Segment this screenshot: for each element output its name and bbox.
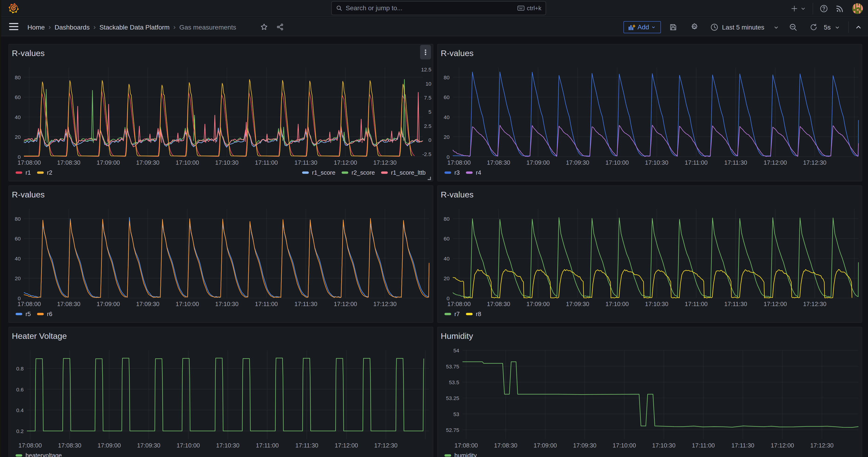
svg-text:17:08:30: 17:08:30: [487, 301, 510, 307]
svg-text:17:08:00: 17:08:00: [19, 442, 41, 449]
svg-text:17:10:00: 17:10:00: [606, 159, 629, 166]
svg-text:17:08:00: 17:08:00: [18, 159, 41, 166]
svg-text:17:12:00: 17:12:00: [771, 442, 794, 449]
svg-text:17:09:30: 17:09:30: [566, 159, 589, 166]
svg-text:0: 0: [446, 295, 450, 301]
svg-text:17:11:00: 17:11:00: [685, 301, 708, 307]
svg-text:40: 40: [443, 114, 450, 120]
svg-text:40: 40: [14, 114, 21, 120]
svg-text:R-values: R-values: [12, 49, 44, 58]
svg-text:17:08:30: 17:08:30: [57, 301, 80, 307]
svg-text:17:11:30: 17:11:30: [731, 442, 754, 449]
svg-text:r2_score: r2_score: [351, 169, 375, 176]
svg-text:17:11:30: 17:11:30: [294, 159, 317, 166]
svg-text:17:12:30: 17:12:30: [373, 301, 397, 307]
svg-text:0: 0: [18, 154, 21, 160]
svg-text:17:10:30: 17:10:30: [215, 301, 239, 307]
svg-text:5: 5: [428, 109, 431, 115]
svg-text:17:09:00: 17:09:00: [96, 159, 120, 166]
svg-text:r5: r5: [26, 311, 31, 317]
svg-text:r8: r8: [476, 311, 481, 317]
svg-text:20: 20: [14, 275, 21, 281]
svg-text:17:09:00: 17:09:00: [97, 442, 121, 449]
svg-text:17:12:00: 17:12:00: [764, 301, 787, 307]
svg-text:0: 0: [18, 295, 21, 301]
svg-text:60: 60: [14, 236, 21, 242]
svg-text:40: 40: [14, 255, 21, 262]
svg-text:17:11:00: 17:11:00: [255, 159, 278, 166]
svg-text:Humidity: Humidity: [441, 331, 473, 341]
svg-text:20: 20: [443, 134, 450, 140]
svg-text:20: 20: [14, 134, 21, 140]
svg-text:17:10:30: 17:10:30: [645, 159, 668, 166]
svg-text:17:12:00: 17:12:00: [335, 442, 358, 449]
svg-text:17:08:00: 17:08:00: [447, 301, 470, 307]
svg-text:heatervoltage: heatervoltage: [26, 452, 62, 457]
svg-text:17:08:00: 17:08:00: [18, 301, 41, 307]
svg-text:80: 80: [14, 74, 21, 81]
svg-text:r3: r3: [455, 169, 460, 176]
svg-text:20: 20: [443, 275, 450, 281]
svg-text:54: 54: [453, 347, 459, 354]
svg-text:17:10:00: 17:10:00: [606, 301, 629, 307]
svg-text:17:10:00: 17:10:00: [177, 442, 200, 449]
svg-text:53.5: 53.5: [449, 379, 459, 385]
svg-text:0.2: 0.2: [16, 428, 24, 434]
svg-text:7.5: 7.5: [424, 95, 431, 101]
svg-text:0: 0: [428, 137, 431, 143]
svg-text:17:12:30: 17:12:30: [373, 159, 397, 166]
svg-text:2.5: 2.5: [424, 123, 431, 129]
svg-text:17:09:30: 17:09:30: [137, 442, 160, 449]
svg-text:R-values: R-values: [441, 190, 473, 199]
svg-text:0.8: 0.8: [16, 366, 24, 372]
svg-text:r4: r4: [476, 169, 481, 176]
svg-text:53.75: 53.75: [446, 364, 459, 370]
svg-text:r2: r2: [47, 169, 52, 176]
svg-text:17:10:00: 17:10:00: [613, 442, 636, 449]
svg-text:Heater Voltage: Heater Voltage: [12, 331, 67, 341]
svg-text:40: 40: [443, 255, 450, 262]
svg-text:17:08:00: 17:08:00: [455, 442, 478, 449]
svg-text:R-values: R-values: [441, 49, 473, 58]
svg-text:r1_score_lttb: r1_score_lttb: [391, 169, 426, 176]
svg-text:17:12:30: 17:12:30: [803, 159, 827, 166]
svg-text:17:11:30: 17:11:30: [724, 159, 747, 166]
svg-text:17:10:30: 17:10:30: [652, 442, 675, 449]
svg-text:17:08:30: 17:08:30: [494, 442, 517, 449]
svg-text:r1: r1: [26, 169, 31, 176]
svg-text:0: 0: [446, 154, 450, 160]
svg-text:-2.5: -2.5: [422, 151, 431, 157]
svg-text:17:11:00: 17:11:00: [685, 159, 708, 166]
svg-text:r7: r7: [455, 311, 460, 317]
svg-text:17:11:30: 17:11:30: [296, 442, 318, 449]
svg-text:r1_score: r1_score: [312, 169, 335, 176]
svg-text:17:09:30: 17:09:30: [573, 442, 596, 449]
svg-text:17:12:30: 17:12:30: [374, 442, 398, 449]
svg-text:17:11:00: 17:11:00: [692, 442, 715, 449]
svg-text:17:10:00: 17:10:00: [176, 301, 199, 307]
svg-text:17:09:00: 17:09:00: [526, 159, 550, 166]
svg-text:17:09:00: 17:09:00: [526, 301, 550, 307]
svg-text:17:09:00: 17:09:00: [533, 442, 557, 449]
svg-text:60: 60: [443, 94, 450, 100]
svg-text:17:12:00: 17:12:00: [764, 159, 787, 166]
svg-text:17:12:30: 17:12:30: [803, 301, 827, 307]
svg-text:17:12:00: 17:12:00: [334, 301, 357, 307]
svg-text:17:09:30: 17:09:30: [136, 159, 159, 166]
svg-text:17:08:30: 17:08:30: [57, 159, 80, 166]
svg-text:17:11:00: 17:11:00: [256, 442, 279, 449]
svg-text:80: 80: [14, 216, 21, 222]
svg-text:17:10:30: 17:10:30: [216, 442, 240, 449]
svg-text:53: 53: [453, 411, 459, 417]
svg-text:17:08:00: 17:08:00: [447, 159, 470, 166]
svg-text:0.4: 0.4: [16, 407, 24, 413]
svg-text:0.6: 0.6: [16, 387, 24, 393]
svg-text:17:12:00: 17:12:00: [334, 159, 357, 166]
svg-text:10: 10: [425, 81, 431, 87]
svg-text:12.5: 12.5: [421, 66, 431, 72]
svg-text:17:11:30: 17:11:30: [724, 301, 747, 307]
svg-text:R-values: R-values: [12, 190, 44, 199]
svg-text:52.75: 52.75: [446, 427, 459, 433]
svg-text:80: 80: [443, 216, 450, 222]
svg-text:humidity: humidity: [455, 452, 477, 457]
